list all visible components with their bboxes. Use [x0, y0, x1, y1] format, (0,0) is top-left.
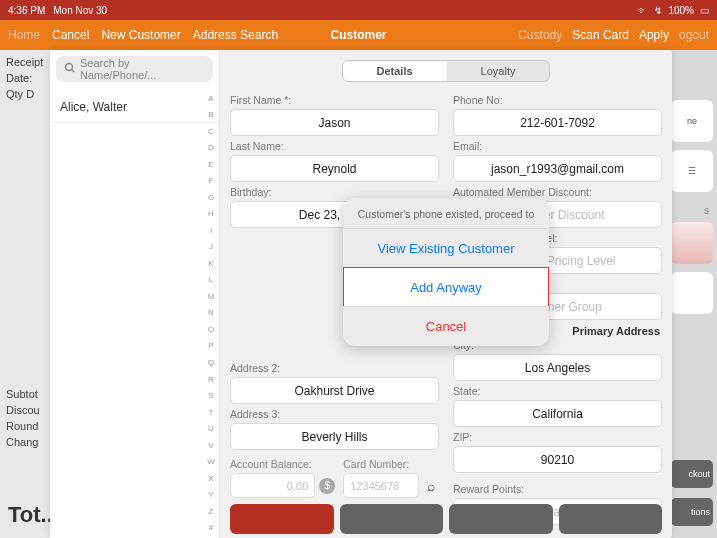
- index-bar[interactable]: ABCDEFGHIJKLMNOPQRSTUVWXYZ#: [205, 90, 217, 536]
- email-field[interactable]: jason_r1993@gmail.com: [453, 155, 662, 182]
- index-letter[interactable]: L: [205, 275, 217, 284]
- list-item[interactable]: Alice, Walter: [50, 92, 219, 123]
- index-letter[interactable]: W: [205, 457, 217, 466]
- background-receipt-panel: Receipt Date: Qty D Subtot Discou Round …: [0, 50, 55, 538]
- index-letter[interactable]: N: [205, 308, 217, 317]
- tab-segment[interactable]: Details Loyalty: [342, 60, 551, 82]
- nav-home[interactable]: Home: [8, 28, 40, 42]
- currency-icon: $: [319, 478, 335, 494]
- cancel-button[interactable]: Cancel: [52, 28, 89, 42]
- account-balance-field[interactable]: 0.00: [230, 473, 315, 498]
- menu-tile[interactable]: [671, 222, 713, 264]
- custody-button[interactable]: Custody: [518, 28, 562, 42]
- index-letter[interactable]: X: [205, 474, 217, 483]
- status-bar: 4:36 PM Mon Nov 30 ᯤ ↯ 100% ▭: [0, 0, 717, 20]
- apply-button[interactable]: Apply: [639, 28, 669, 42]
- index-letter[interactable]: U: [205, 424, 217, 433]
- svg-point-0: [66, 64, 73, 71]
- battery-pct: 100%: [668, 5, 694, 16]
- index-letter[interactable]: Z: [205, 507, 217, 516]
- phone-field[interactable]: 212-601-7092: [453, 109, 662, 136]
- charge-icon: ↯: [654, 5, 662, 16]
- search-placeholder: Search by Name/Phone/...: [80, 57, 205, 81]
- index-letter[interactable]: J: [205, 242, 217, 251]
- index-letter[interactable]: G: [205, 193, 217, 202]
- index-letter[interactable]: V: [205, 441, 217, 450]
- nav-bar: Home Cancel New Customer Address Search …: [0, 20, 717, 50]
- menu-tile[interactable]: ne: [671, 100, 713, 142]
- customer-list[interactable]: Alice, Walter ABCDEFGHIJKLMNOPQRSTUVWXYZ…: [50, 88, 219, 538]
- tab-details[interactable]: Details: [343, 61, 447, 81]
- duplicate-phone-popup: Customer's phone existed, proceed to Vie…: [343, 198, 549, 346]
- barcode-icon[interactable]: ⌕: [423, 478, 439, 494]
- menu-toggle-icon[interactable]: ☰: [671, 150, 713, 192]
- svg-line-1: [72, 70, 75, 73]
- customer-form: Details Loyalty First Name *: Jason Last…: [220, 50, 672, 538]
- scan-card-button[interactable]: Scan Card: [572, 28, 629, 42]
- background-right-panel: ne ☰ s ckout tions: [667, 50, 717, 538]
- customer-modal: Search by Name/Phone/... Alice, Walter A…: [50, 50, 672, 538]
- index-letter[interactable]: H: [205, 209, 217, 218]
- index-letter[interactable]: A: [205, 94, 217, 103]
- status-date: Mon Nov 30: [53, 5, 107, 16]
- battery-icon: ▭: [700, 5, 709, 16]
- wifi-icon: ᯤ: [638, 5, 648, 16]
- index-letter[interactable]: F: [205, 176, 217, 185]
- search-input[interactable]: Search by Name/Phone/...: [56, 56, 213, 82]
- index-letter[interactable]: Q: [205, 358, 217, 367]
- index-letter[interactable]: M: [205, 292, 217, 301]
- address3-field[interactable]: Beverly Hills: [230, 423, 439, 450]
- customer-sidebar: Search by Name/Phone/... Alice, Walter A…: [50, 50, 220, 538]
- popup-message: Customer's phone existed, proceed to: [343, 198, 549, 228]
- first-name-field[interactable]: Jason: [230, 109, 439, 136]
- logout-button[interactable]: ogout: [679, 28, 709, 42]
- card-number-field[interactable]: 12345678: [343, 473, 419, 498]
- action-button[interactable]: [559, 504, 663, 534]
- options-button[interactable]: tions: [671, 498, 713, 526]
- index-letter[interactable]: T: [205, 408, 217, 417]
- search-icon: [64, 62, 76, 76]
- action-bar: [230, 504, 662, 534]
- index-letter[interactable]: E: [205, 160, 217, 169]
- index-letter[interactable]: #: [205, 523, 217, 532]
- index-letter[interactable]: R: [205, 375, 217, 384]
- view-existing-button[interactable]: View Existing Customer: [343, 228, 549, 268]
- last-name-field[interactable]: Reynold: [230, 155, 439, 182]
- action-button[interactable]: [230, 504, 334, 534]
- action-button[interactable]: [449, 504, 553, 534]
- index-letter[interactable]: O: [205, 325, 217, 334]
- index-letter[interactable]: D: [205, 143, 217, 152]
- tab-loyalty[interactable]: Loyalty: [447, 61, 550, 81]
- zip-field[interactable]: 90210: [453, 446, 662, 473]
- menu-tile[interactable]: [671, 272, 713, 314]
- popup-cancel-button[interactable]: Cancel: [343, 306, 549, 346]
- address2-field[interactable]: Oakhurst Drive: [230, 377, 439, 404]
- status-time: 4:36 PM: [8, 5, 45, 16]
- index-letter[interactable]: S: [205, 391, 217, 400]
- index-letter[interactable]: I: [205, 226, 217, 235]
- action-button[interactable]: [340, 504, 444, 534]
- address-search-button[interactable]: Address Search: [193, 28, 278, 42]
- new-customer-button[interactable]: New Customer: [101, 28, 180, 42]
- index-letter[interactable]: C: [205, 127, 217, 136]
- city-field[interactable]: Los Angeles: [453, 354, 662, 381]
- index-letter[interactable]: Y: [205, 490, 217, 499]
- checkout-button[interactable]: ckout: [671, 460, 713, 488]
- index-letter[interactable]: K: [205, 259, 217, 268]
- state-field[interactable]: California: [453, 400, 662, 427]
- index-letter[interactable]: B: [205, 110, 217, 119]
- add-anyway-button[interactable]: Add Anyway: [343, 267, 549, 307]
- index-letter[interactable]: P: [205, 341, 217, 350]
